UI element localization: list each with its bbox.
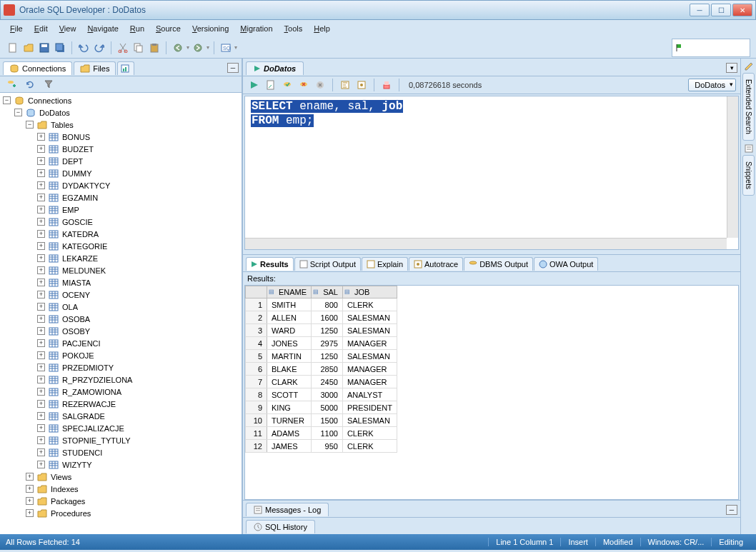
snippets-icon[interactable] (744, 144, 754, 152)
expander-icon[interactable]: + (37, 254, 45, 262)
tree-table-goscie[interactable]: + GOSCIE (0, 216, 242, 228)
extended-search-tab[interactable]: Extended Search (742, 73, 755, 141)
expander-icon[interactable]: + (37, 412, 45, 420)
results-tab-script-output[interactable]: Script Output (294, 257, 361, 271)
copy-icon[interactable] (131, 41, 146, 55)
minimize-button[interactable]: ─ (690, 4, 710, 16)
col-sal-header[interactable]: ▤SAL (312, 286, 343, 298)
reports-tab[interactable] (117, 61, 134, 75)
expander-icon[interactable]: + (37, 400, 45, 408)
tree-table-salgrade[interactable]: + SALGRADE (0, 410, 242, 422)
table-row[interactable]: 4 JONES 2975 MANAGER (246, 337, 397, 350)
maximize-button[interactable]: ☐ (711, 4, 731, 16)
tree-table-dept[interactable]: + DEPT (0, 155, 242, 167)
connection-dropdown[interactable]: DoDatos (688, 79, 736, 91)
table-row[interactable]: 3 WARD 1250 SALESMAN (246, 324, 397, 337)
expander-icon[interactable]: − (26, 121, 34, 129)
expander-icon[interactable]: + (37, 194, 45, 201)
expander-icon[interactable]: + (37, 315, 45, 323)
tree-folder-views[interactable]: + Views (0, 471, 242, 483)
menu-view[interactable]: View (55, 22, 81, 35)
table-row[interactable]: 5 MARTIN 1250 SALESMAN (246, 350, 397, 363)
expander-icon[interactable]: + (37, 376, 45, 383)
tree-table-oceny[interactable]: + OCENY (0, 288, 242, 301)
tree-table-emp[interactable]: + EMP (0, 204, 242, 216)
open-icon[interactable] (21, 41, 36, 55)
expander-icon[interactable]: + (37, 303, 45, 311)
expander-icon[interactable]: + (37, 363, 45, 371)
messages-log-tab[interactable]: Messages - Log (246, 503, 329, 516)
expander-icon[interactable]: + (37, 436, 45, 444)
tree-folder-procedures[interactable]: + Procedures (0, 507, 242, 519)
tree-table-przedmioty[interactable]: + PRZEDMIOTY (0, 361, 242, 373)
tree-table-kategorie[interactable]: + KATEGORIE (0, 240, 242, 252)
execute-icon[interactable] (247, 78, 262, 92)
undo-icon[interactable] (76, 41, 91, 55)
expander-icon[interactable]: + (37, 388, 45, 396)
expander-icon[interactable]: + (37, 181, 45, 189)
expander-icon[interactable]: + (37, 242, 45, 250)
expander-icon[interactable]: + (37, 230, 45, 238)
tree-connections-root[interactable]: − Connections (0, 94, 242, 106)
back-icon[interactable] (171, 41, 185, 55)
commit-icon[interactable] (280, 78, 294, 92)
results-tab-results[interactable]: Results (246, 257, 294, 271)
menu-edit[interactable]: Edit (30, 22, 52, 35)
editor-scrollbar-v[interactable] (727, 96, 738, 238)
rollback-icon[interactable] (297, 78, 311, 92)
tree-table-studenci[interactable]: + STUDENCI (0, 446, 242, 458)
results-tab-autotrace[interactable]: Autotrace (409, 257, 463, 271)
tree-table-bonus[interactable]: + BONUS (0, 131, 242, 143)
connections-tab[interactable]: Connections (3, 61, 72, 75)
expander-icon[interactable]: + (26, 485, 34, 493)
tree-table-lekarze[interactable]: + LEKARZE (0, 252, 242, 264)
table-row[interactable]: 10 TURNER 1500 SALESMAN (246, 414, 397, 427)
tree-table-wizyty[interactable]: + WIZYTY (0, 458, 242, 471)
expander-icon[interactable]: + (37, 351, 45, 359)
pencil-icon[interactable] (744, 61, 754, 70)
refresh-icon[interactable] (23, 77, 37, 91)
menu-versioning[interactable]: Versioning (188, 22, 233, 35)
menu-migration[interactable]: Migration (236, 22, 277, 35)
paste-icon[interactable] (147, 41, 161, 55)
editor-tabs-dropdown[interactable]: ▾ (726, 63, 737, 73)
connections-tree[interactable]: − Connections − DoDatos − Tables + BONUS… (0, 93, 242, 534)
new-icon[interactable] (6, 41, 20, 55)
tree-table-miasta[interactable]: + MIASTA (0, 276, 242, 288)
menu-file[interactable]: File (6, 22, 27, 35)
cut-icon[interactable] (116, 41, 130, 55)
files-tab[interactable]: Files (74, 61, 116, 75)
sql-worksheet-icon[interactable]: SQL (219, 41, 233, 55)
expander-icon[interactable]: + (37, 218, 45, 226)
save-all-icon[interactable] (53, 41, 67, 55)
snippets-tab[interactable]: Snippets (742, 155, 755, 196)
menu-source[interactable]: Source (151, 22, 185, 35)
results-tab-owa-output[interactable]: OWA Output (534, 257, 598, 271)
expander-icon[interactable]: + (37, 169, 45, 177)
tree-table-pokoje[interactable]: + POKOJE (0, 349, 242, 361)
explain-icon[interactable] (338, 78, 352, 92)
table-row[interactable]: 7 CLARK 2450 MANAGER (246, 376, 397, 388)
expander-icon[interactable]: + (37, 461, 45, 468)
tree-table-egzamin[interactable]: + EGZAMIN (0, 191, 242, 204)
table-row[interactable]: 9 KING 5000 PRESIDENT (246, 401, 397, 414)
rownum-header[interactable] (246, 286, 267, 298)
expander-icon[interactable]: + (37, 206, 45, 214)
filter-icon[interactable] (41, 77, 56, 91)
panel-minimize-button[interactable]: ─ (227, 63, 239, 73)
tree-table-dummy[interactable]: + DUMMY (0, 167, 242, 179)
expander-icon[interactable]: + (26, 473, 34, 481)
table-row[interactable]: 12 JAMES 950 CLERK (246, 440, 397, 453)
save-icon[interactable] (37, 41, 51, 55)
redo-icon[interactable] (92, 41, 106, 55)
expander-icon[interactable]: + (26, 509, 34, 517)
tree-table-osoby[interactable]: + OSOBY (0, 325, 242, 337)
tree-table-pacjenci[interactable]: + PACJENCI (0, 337, 242, 349)
expander-icon[interactable]: + (37, 448, 45, 456)
sql-history-tab[interactable]: SQL History (246, 520, 315, 533)
table-row[interactable]: 6 BLAKE 2850 MANAGER (246, 363, 397, 376)
sql-editor[interactable]: SELECT ename, sal, job FROM emp; (244, 96, 739, 250)
expander-icon[interactable]: + (37, 266, 45, 274)
col-ename-header[interactable]: ▤ENAME (267, 286, 312, 298)
messages-minimize-button[interactable]: ─ (726, 505, 737, 515)
